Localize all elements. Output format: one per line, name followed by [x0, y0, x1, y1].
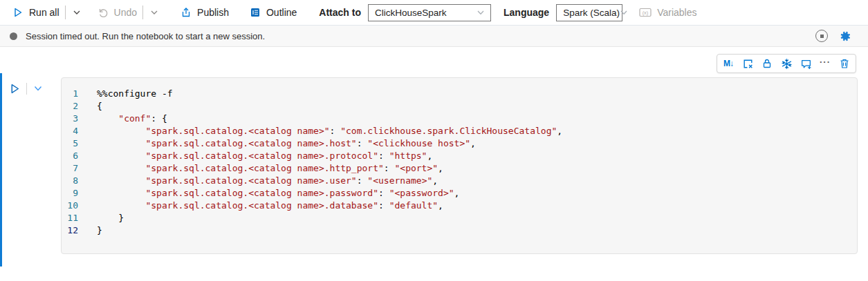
outline-button[interactable]: Outline — [246, 3, 301, 22]
notebook-toolbar: Run all Undo Publish Outline Attach to C… — [0, 0, 868, 26]
code-line: 10 "spark.sql.catalog.<catalog name>.dat… — [62, 200, 857, 212]
run-cell-button[interactable] — [7, 81, 22, 96]
line-number: 6 — [62, 150, 78, 162]
code-line: 2{ — [62, 100, 857, 113]
play-icon — [12, 7, 24, 18]
code-line: 8 "spark.sql.catalog.<catalog name>.user… — [62, 175, 857, 187]
code-lines: 1%%configure -f2{3 "conf": {4 "spark.sql… — [62, 88, 857, 237]
more-commands-button[interactable]: ··· — [815, 55, 835, 72]
line-number: 1 — [62, 88, 78, 100]
play-icon — [9, 83, 21, 95]
line-number: 4 — [62, 125, 78, 137]
freeze-cell-button[interactable] — [777, 55, 796, 72]
settings-gear-icon[interactable] — [838, 30, 851, 43]
line-number: 9 — [62, 187, 78, 200]
variables-button[interactable]: (x) Variables — [635, 7, 701, 18]
run-all-options-button[interactable] — [67, 3, 86, 22]
line-number: 3 — [62, 113, 78, 125]
add-comment-icon — [800, 58, 812, 70]
run-all-button[interactable]: Run all — [8, 3, 64, 22]
attach-to-value: ClickHouseSpark — [375, 8, 447, 18]
stop-session-icon[interactable] — [815, 30, 828, 42]
code-line: 12} — [62, 224, 857, 237]
line-number: 12 — [62, 224, 78, 237]
delete-cell-button[interactable] — [835, 55, 854, 72]
line-number: 2 — [62, 100, 78, 113]
snowflake-icon — [781, 58, 793, 70]
trash-icon — [839, 58, 850, 69]
variables-label: Variables — [657, 7, 696, 18]
outline-label: Outline — [266, 7, 297, 18]
chevron-down-icon — [150, 8, 158, 17]
cell-run-options-button[interactable] — [31, 81, 45, 96]
language-label: Language — [504, 7, 549, 18]
session-status-bar: Session timed out. Run the notebook to s… — [0, 26, 868, 47]
publish-icon — [181, 7, 192, 18]
undo-label: Undo — [114, 7, 137, 18]
code-line: 9 "spark.sql.catalog.<catalog name>.pass… — [62, 187, 857, 200]
line-number: 10 — [62, 200, 78, 212]
undo-button[interactable]: Undo — [93, 3, 141, 22]
divider — [26, 83, 27, 95]
code-line: 3 "conf": { — [62, 113, 857, 125]
cell-toolbar: M↓ ··· — [717, 54, 856, 73]
convert-to-markdown-button[interactable]: M↓ — [719, 55, 738, 72]
clear-output-button[interactable] — [738, 55, 757, 72]
code-line: 5 "spark.sql.catalog.<catalog name>.host… — [62, 137, 857, 150]
line-number: 8 — [62, 175, 78, 187]
code-line: 11 } — [62, 212, 857, 224]
publish-label: Publish — [197, 7, 229, 18]
code-line: 1%%configure -f — [62, 88, 857, 100]
code-line: 7 "spark.sql.catalog.<catalog name>.http… — [62, 162, 857, 175]
language-value: Spark (Scala) — [563, 8, 620, 18]
undo-icon — [98, 7, 109, 18]
divider — [65, 6, 66, 19]
more-icon: ··· — [820, 57, 831, 66]
markdown-icon: M↓ — [723, 59, 733, 68]
clear-output-icon — [742, 58, 754, 70]
publish-button[interactable]: Publish — [176, 3, 233, 22]
add-comment-button[interactable] — [796, 55, 815, 72]
attach-to-dropdown[interactable]: ClickHouseSpark — [368, 4, 491, 21]
lock-cell-button[interactable] — [757, 55, 777, 72]
chevron-down-icon — [477, 8, 485, 17]
divider — [142, 6, 143, 19]
code-line: 6 "spark.sql.catalog.<catalog name>.prot… — [62, 150, 857, 162]
lock-icon — [761, 58, 773, 69]
variables-icon: (x) — [639, 8, 652, 17]
session-status-dot-icon — [10, 32, 17, 40]
attach-to-label: Attach to — [319, 7, 361, 18]
line-number: 5 — [62, 137, 78, 150]
line-number: 11 — [62, 212, 78, 224]
run-all-label: Run all — [29, 7, 59, 18]
language-dropdown[interactable]: Spark (Scala) — [556, 4, 622, 21]
chevron-down-icon — [73, 8, 81, 17]
code-editor[interactable]: 1%%configure -f2{3 "conf": {4 "spark.sql… — [61, 77, 858, 254]
cell-run-controls — [7, 81, 45, 96]
line-number: 7 — [62, 162, 78, 175]
svg-text:(x): (x) — [643, 10, 649, 16]
undo-options-button[interactable] — [145, 3, 164, 22]
session-status-message: Session timed out. Run the notebook to s… — [26, 31, 265, 41]
cell-selection-indicator — [0, 73, 2, 267]
outline-icon — [250, 7, 261, 18]
chevron-down-icon — [33, 84, 43, 93]
chevron-down-icon — [620, 8, 628, 17]
code-line: 4 "spark.sql.catalog.<catalog name>": "c… — [62, 125, 857, 137]
